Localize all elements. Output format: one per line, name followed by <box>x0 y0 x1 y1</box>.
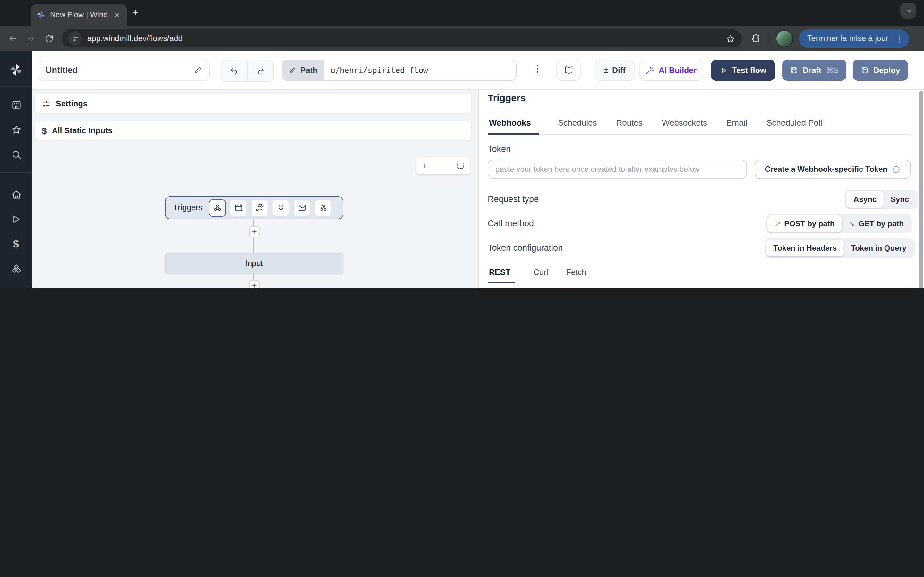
docs-button[interactable] <box>556 60 581 81</box>
code-example-tabs: REST Curl Fetch <box>488 268 911 284</box>
url-text: app.windmill.dev/flows/add <box>87 34 720 43</box>
flow-settings-bar[interactable]: Settings <box>35 93 472 113</box>
triggers-detail-panel: Triggers Webhooks Schedules Routes Webso… <box>479 90 924 288</box>
tab-curl[interactable]: Curl <box>533 268 548 283</box>
fit-view-button[interactable] <box>456 161 465 170</box>
tab-schedules[interactable]: Schedules <box>558 118 597 134</box>
add-step-button[interactable] <box>249 226 260 237</box>
canvas-zoom-controls: + − <box>417 157 470 174</box>
home-icon[interactable] <box>6 184 26 205</box>
add-step-button[interactable] <box>249 280 260 288</box>
tab-routes[interactable]: Routes <box>616 118 642 134</box>
path-chip[interactable]: Path <box>282 60 324 80</box>
tab-title: New Flow | Windmill <box>50 10 108 19</box>
websocket-plug-trigger-icon[interactable] <box>272 199 290 216</box>
triggers-node-label: Triggers <box>173 203 202 212</box>
book-icon <box>564 65 573 75</box>
arrow-up-right-icon: ↗ <box>774 219 781 228</box>
ai-builder-label: AI Builder <box>659 66 696 75</box>
browser-tab[interactable]: New Flow | Windmill × <box>31 4 127 26</box>
screen: New Flow | Windmill × + app.windmill.dev… <box>0 0 924 288</box>
new-tab-button[interactable]: + <box>132 7 139 18</box>
sidebar-divider <box>0 86 32 87</box>
token-in-headers-option[interactable]: Token in Headers <box>766 240 844 256</box>
path-input[interactable] <box>324 60 516 80</box>
token-label: Token <box>488 144 511 154</box>
zoom-in-button[interactable]: + <box>422 160 428 171</box>
input-node[interactable]: Input <box>165 253 343 274</box>
save-draft-button[interactable]: Draft ⌘S <box>782 60 846 81</box>
forward-icon[interactable] <box>22 29 40 47</box>
zoom-out-button[interactable]: − <box>439 160 445 171</box>
reload-icon[interactable] <box>40 29 58 47</box>
workspace-icon[interactable] <box>6 94 26 115</box>
request-type-label: Request type <box>488 194 539 204</box>
tab-email[interactable]: Email <box>726 118 747 134</box>
tab-websockets[interactable]: Websockets <box>662 118 707 134</box>
more-options-kebab-icon[interactable]: ⋮ <box>533 63 542 74</box>
resources-icon[interactable] <box>6 259 26 279</box>
browser-menu-kebab-icon[interactable]: ⋮ <box>893 34 906 43</box>
windmill-logo[interactable] <box>9 63 23 77</box>
runs-icon[interactable] <box>6 209 26 229</box>
token-in-query-option[interactable]: Token in Query <box>844 240 913 256</box>
all-static-inputs-bar[interactable]: $ All Static Inputs <box>35 121 472 140</box>
tab-fetch[interactable]: Fetch <box>566 268 586 283</box>
save-icon <box>790 66 798 74</box>
static-inputs-label: All Static Inputs <box>52 126 113 135</box>
tab-webhooks[interactable]: Webhooks <box>488 118 539 135</box>
variables-icon[interactable]: $ <box>6 234 26 255</box>
flow-name-box[interactable]: Untitled <box>38 60 210 81</box>
favorites-icon[interactable] <box>6 119 26 140</box>
token-input[interactable] <box>488 160 747 179</box>
post-by-path-option[interactable]: ↗ POST by path <box>767 215 842 232</box>
route-trigger-icon[interactable] <box>251 199 268 216</box>
site-settings-icon[interactable] <box>68 31 82 45</box>
plus-minus-icon: ± <box>604 66 608 75</box>
profile-avatar[interactable] <box>776 30 793 47</box>
path-pencil-icon <box>289 66 296 74</box>
create-webhook-token-button[interactable]: Create a Webhook-specific Token <box>754 160 911 179</box>
arrow-down-right-icon: ↘ <box>849 219 855 228</box>
back-icon[interactable] <box>4 29 22 47</box>
magic-wand-icon <box>646 66 655 75</box>
triggers-node[interactable]: Triggers <box>165 196 343 219</box>
get-by-path-option[interactable]: ↘ GET by path <box>842 215 911 232</box>
edit-name-pencil-icon[interactable] <box>194 66 202 74</box>
extensions-icon[interactable] <box>751 33 761 44</box>
email-trigger-icon[interactable] <box>294 199 311 216</box>
ai-builder-button[interactable]: AI Builder <box>639 60 703 81</box>
webhook-trigger-icon[interactable] <box>209 199 226 216</box>
path-label: Path <box>300 66 318 75</box>
panel-scrollbar[interactable] <box>919 91 923 288</box>
url-bar[interactable]: app.windmill.dev/flows/add <box>61 29 742 47</box>
bookmark-star-icon[interactable] <box>726 34 735 43</box>
test-flow-button[interactable]: Test flow <box>711 60 775 81</box>
undo-button[interactable] <box>221 60 247 81</box>
tab-scheduled-poll[interactable]: Scheduled Poll <box>766 118 822 134</box>
create-token-label: Create a Webhook-specific Token <box>765 165 887 174</box>
post-by-path-label: POST by path <box>784 219 835 228</box>
search-icon[interactable] <box>6 144 26 165</box>
tab-rest[interactable]: REST <box>488 268 515 284</box>
deploy-label: Deploy <box>873 66 900 75</box>
diff-button[interactable]: ± Diff <box>595 60 635 81</box>
redo-button[interactable] <box>247 60 273 81</box>
input-node-label: Input <box>245 259 263 268</box>
dollar-icon: $ <box>42 125 47 135</box>
browser-tabstrip: New Flow | Windmill × + <box>0 0 924 26</box>
settings-label: Settings <box>56 99 87 108</box>
browser-update-button[interactable]: Terminer la mise à jour ⋮ <box>799 29 909 48</box>
deploy-button[interactable]: Deploy <box>853 60 908 81</box>
tab-search-chevron-icon[interactable] <box>900 3 916 19</box>
token-config-label: Token configuration <box>488 243 563 253</box>
play-icon <box>720 66 728 74</box>
test-flow-label: Test flow <box>732 66 766 75</box>
scheduled-poll-trigger-icon[interactable] <box>315 199 332 216</box>
tab-close-icon[interactable]: × <box>113 10 121 19</box>
schedule-trigger-icon[interactable] <box>230 199 247 216</box>
update-button-label: Terminer la mise à jour <box>807 34 888 43</box>
sync-option[interactable]: Sync <box>884 191 916 208</box>
panel-heading: Triggers <box>488 92 525 103</box>
async-option[interactable]: Async <box>846 191 884 208</box>
